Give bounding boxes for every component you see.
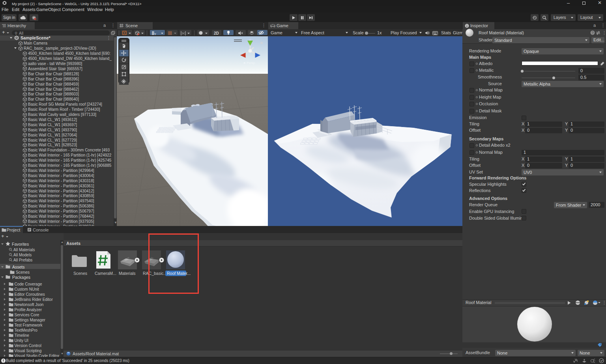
svg-text:Y: Y (154, 33, 156, 35)
svg-text:Y: Y (249, 39, 251, 41)
svg-text:◄ Persp: ◄ Persp (243, 61, 255, 65)
svg-text:?: ? (592, 31, 594, 35)
